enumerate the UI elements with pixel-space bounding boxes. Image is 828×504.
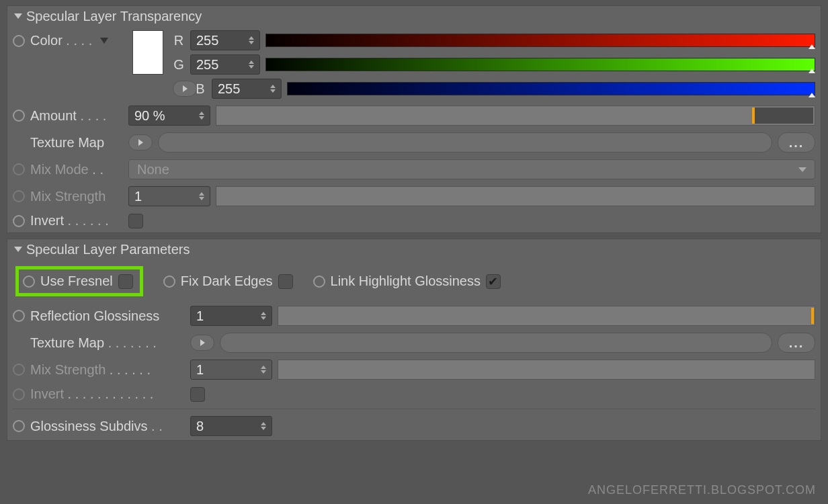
invert-checkbox[interactable]: [190, 387, 205, 402]
texture-map-label: Texture Map: [30, 135, 104, 151]
red-input[interactable]: 255: [190, 30, 260, 50]
panel-header[interactable]: Specular Layer Transparency: [7, 6, 821, 26]
fix-dark-edges-checkbox[interactable]: [278, 274, 293, 289]
invert-label: Invert . . . . . . . . . . . .: [30, 386, 153, 402]
use-fresnel-label: Use Fresnel: [40, 274, 113, 289]
texture-map-label: Texture Map . . . . . . .: [30, 335, 157, 351]
anim-toggle-invert: [13, 388, 25, 401]
color-expand-button[interactable]: [173, 81, 197, 97]
anim-toggle-mixmode: [13, 163, 25, 175]
green-slider[interactable]: [265, 58, 815, 71]
mix-strength-label: Mix Strength . . . . . .: [30, 362, 151, 378]
texture-expand-button[interactable]: [128, 134, 153, 151]
panel-header[interactable]: Specular Layer Parameters: [7, 239, 821, 259]
amount-input[interactable]: 90 %: [128, 106, 210, 126]
anim-toggle-subdivs[interactable]: [13, 420, 25, 432]
arrow-right-icon: [183, 85, 188, 92]
triangle-down-icon: [14, 247, 22, 252]
mix-mode-label: Mix Mode . .: [30, 162, 104, 177]
arrow-right-icon: [138, 139, 143, 146]
arrow-right-icon: [200, 339, 205, 346]
panel-title: Specular Layer Parameters: [26, 242, 190, 257]
browse-button[interactable]: ...: [778, 132, 815, 153]
red-label: R: [173, 33, 185, 48]
link-highlight-checkbox[interactable]: ✔: [486, 274, 501, 289]
red-slider[interactable]: [265, 34, 815, 47]
check-icon: ✔: [488, 276, 498, 288]
glossiness-subdivs-label: Glossiness Subdivs . .: [30, 419, 163, 434]
specular-transparency-panel: Specular Layer Transparency Color . . . …: [7, 5, 821, 233]
anim-toggle-mixstrength: [13, 364, 25, 376]
link-highlight-label: Link Highlight Glossiness: [331, 274, 481, 289]
anim-toggle-reflgloss[interactable]: [13, 310, 25, 322]
reflection-glossiness-slider[interactable]: [278, 306, 815, 326]
browse-button[interactable]: ...: [778, 333, 815, 353]
texture-map-field[interactable]: [220, 333, 772, 353]
mix-strength-slider[interactable]: [278, 360, 815, 380]
triangle-down-icon: [14, 13, 22, 19]
color-swatch[interactable]: [132, 30, 163, 75]
anim-toggle-invert[interactable]: [13, 215, 25, 227]
amount-slider[interactable]: [216, 106, 815, 126]
mix-strength-label: Mix Strength: [30, 189, 106, 204]
anim-toggle-mixstrength: [13, 190, 25, 202]
reflection-glossiness-label: Reflection Glossiness: [30, 308, 159, 324]
dropdown-caret-icon: [798, 167, 806, 172]
mix-mode-dropdown[interactable]: None: [128, 159, 815, 179]
highlight-annotation: Use Fresnel: [15, 266, 143, 296]
invert-checkbox[interactable]: [128, 214, 143, 228]
amount-label: Amount . . . .: [30, 108, 106, 124]
mix-strength-input[interactable]: 1: [190, 360, 272, 380]
slider-handle-icon[interactable]: [809, 93, 815, 97]
glossiness-subdivs-input[interactable]: 8: [190, 416, 272, 436]
panel-title: Specular Layer Transparency: [26, 9, 202, 24]
anim-toggle-fresnel[interactable]: [23, 276, 35, 288]
specular-parameters-panel: Specular Layer Parameters Use Fresnel Fi…: [7, 239, 821, 441]
blue-slider[interactable]: [287, 82, 815, 95]
use-fresnel-checkbox[interactable]: [118, 274, 133, 289]
texture-expand-button[interactable]: [190, 335, 214, 351]
green-input[interactable]: 255: [190, 54, 260, 75]
anim-toggle-darkedges[interactable]: [163, 276, 175, 288]
fix-dark-edges-label: Fix Dark Edges: [181, 274, 273, 289]
color-label: Color . . . .: [30, 33, 92, 48]
anim-toggle-linkhighlight[interactable]: [313, 276, 325, 288]
blue-input[interactable]: 255: [212, 79, 282, 99]
anim-toggle-amount[interactable]: [13, 110, 25, 122]
reflection-glossiness-input[interactable]: 1: [190, 306, 272, 326]
slider-handle-icon[interactable]: [809, 44, 815, 49]
green-label: G: [173, 57, 185, 73]
dropdown-icon[interactable]: [100, 38, 108, 44]
slider-handle-icon[interactable]: [809, 69, 815, 73]
invert-label: Invert . . . . . .: [30, 213, 109, 228]
watermark-text: ANGELOFERRETTI.BLOGSPOT.COM: [588, 483, 816, 497]
mix-strength-slider[interactable]: [216, 186, 815, 206]
blue-label: B: [194, 81, 206, 97]
texture-map-field[interactable]: [158, 132, 772, 153]
anim-toggle-color[interactable]: [13, 35, 25, 47]
mix-strength-input[interactable]: 1: [128, 186, 210, 206]
